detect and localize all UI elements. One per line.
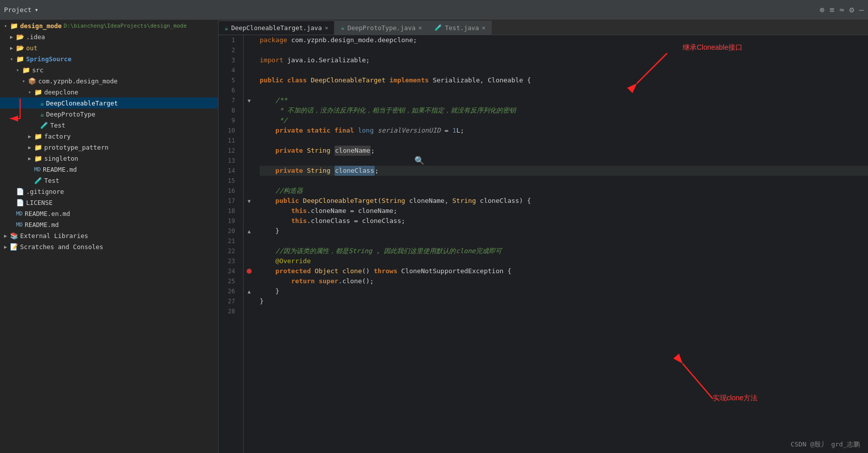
minimize-icon[interactable]: —	[859, 5, 864, 15]
gutter-23	[244, 256, 255, 266]
sidebar-item-package[interactable]: ▾ 📦 com.yzpnb.design_mode	[0, 75, 218, 86]
gutter-21	[244, 236, 255, 246]
factory-label: factory	[44, 133, 71, 140]
ln-14: 14	[219, 166, 239, 176]
watermark: CSDN @殷丿 grd_志鹏	[791, 440, 860, 449]
fold-26[interactable]: ▲	[248, 289, 251, 294]
deepclone-label: deepclone	[44, 88, 78, 96]
ln-27: 27	[219, 296, 239, 306]
code-line-13: 🔍	[260, 156, 868, 166]
code-line-7: /**	[260, 95, 868, 105]
gutter-26: ▲	[244, 286, 255, 296]
code-line-21	[260, 236, 868, 246]
scratches-label: Scratches and Consoles	[20, 243, 103, 251]
sidebar-item-readme-en[interactable]: ▶ MD README.en.md	[0, 208, 218, 219]
gutter-17: ▼	[244, 196, 255, 206]
tab-test[interactable]: 🧪 Test.java ✕	[428, 21, 492, 35]
sidebar-item-factory[interactable]: ▶ 📁 factory	[0, 131, 218, 142]
gutter-8	[244, 105, 255, 116]
src-label: src	[32, 66, 44, 74]
tree-root[interactable]: ▾ 📁 design_mode D:\biancheng\IdeaProject…	[0, 20, 218, 31]
readme-src-label: README.md	[43, 166, 77, 173]
breakpoint-24[interactable]	[247, 269, 252, 274]
ln-7: 7	[219, 95, 239, 105]
gutter-15	[244, 176, 255, 186]
tab-close-2[interactable]: ✕	[418, 25, 422, 31]
sidebar-item-src[interactable]: ▾ 📁 src	[0, 64, 218, 75]
code-line-12: private String cloneName;	[260, 146, 868, 156]
sidebar-item-out[interactable]: ▶ 📂 out	[0, 42, 218, 53]
gutter-14	[244, 166, 255, 176]
gitignore-label: .gitignore	[26, 188, 64, 195]
sidebar-item-test-src[interactable]: ▶ 🧪 Test	[0, 175, 218, 186]
test-deepclone-label: Test	[50, 122, 65, 129]
gutter-28	[244, 306, 255, 316]
code-line-2	[260, 45, 868, 55]
fold-20[interactable]: ▲	[248, 229, 251, 234]
ln-21: 21	[219, 236, 239, 246]
gutter-16	[244, 186, 255, 196]
deepprototype-label: DeepProtoType	[46, 110, 95, 118]
code-line-28	[260, 306, 868, 316]
gutter-10	[244, 126, 255, 136]
tab-close-3[interactable]: ✕	[482, 25, 486, 31]
gutter-7[interactable]: ▼	[244, 95, 255, 105]
ln-2: 2	[219, 45, 239, 55]
tab-label-1: DeepCloneableTarget.java	[231, 24, 322, 32]
gutter-20: ▲	[244, 226, 255, 236]
sidebar-item-deepcloneable[interactable]: ▶ ☕ DeepCloneableTarget	[0, 97, 218, 108]
ln-23: 23	[219, 256, 239, 266]
gutter-25	[244, 276, 255, 286]
gutter-4	[244, 65, 255, 75]
sidebar-item-license[interactable]: ▶ 📄 LICENSE	[0, 197, 218, 208]
ln-4: 4	[219, 65, 239, 75]
settings-icon[interactable]: ⚙	[849, 5, 854, 15]
ln-18: 18	[219, 206, 239, 216]
code-content[interactable]: package com.yzpnb.design_mode.deepclone;…	[255, 35, 868, 453]
code-line-19: this.cloneClass = cloneClass;	[260, 216, 868, 226]
ln-22: 22	[219, 246, 239, 256]
sidebar-item-deepclone[interactable]: ▾ 📁 deepclone	[0, 86, 218, 97]
sidebar-item-readme-src[interactable]: ▶ MD README.md	[0, 164, 218, 175]
project-dropdown[interactable]: Project ▾	[4, 6, 39, 14]
tab-close-1[interactable]: ✕	[325, 25, 329, 31]
gutter-5	[244, 75, 255, 85]
code-line-17: public DeepCloneableTarget(String cloneN…	[260, 196, 868, 206]
code-line-26: }	[260, 286, 868, 296]
tab-deepcloneable[interactable]: ☕ DeepCloneableTarget.java ✕	[219, 21, 335, 35]
ln-1: 1	[219, 35, 239, 45]
external-label: External Libraries	[20, 232, 88, 240]
sidebar-item-scratches[interactable]: ▶ 📝 Scratches and Consoles	[0, 241, 218, 252]
sidebar-item-idea[interactable]: ▶ 📂 .idea	[0, 31, 218, 42]
gutter-24	[244, 266, 255, 276]
tab-deepprototype[interactable]: ☕ DeepProtoType.java ✕	[335, 21, 428, 35]
code-line-1: package com.yzpnb.design_mode.deepclone;	[260, 35, 868, 45]
readme-root-label: README.md	[25, 221, 59, 229]
root-path: D:\biancheng\IdeaProjects\design_mode	[64, 23, 187, 29]
ln-10: 10	[219, 126, 239, 136]
gutter-3	[244, 55, 255, 65]
tab-test-icon: 🧪	[435, 24, 442, 31]
fold-7[interactable]: ▼	[248, 98, 251, 103]
sidebar-item-test-deepclone[interactable]: ▶ 🧪 Test	[0, 120, 218, 131]
sidebar-item-springsource[interactable]: ▾ 📁 SpringSource	[0, 53, 218, 64]
list-icon[interactable]: ≡	[829, 5, 834, 15]
sidebar-item-readme-root[interactable]: ▶ MD README.md	[0, 219, 218, 230]
collapse-icon[interactable]: ≈	[839, 5, 844, 15]
ln-20: 20	[219, 226, 239, 236]
ln-6: 6	[219, 85, 239, 95]
sidebar-item-gitignore[interactable]: ▶ 📄 .gitignore	[0, 186, 218, 197]
sidebar-item-prototype[interactable]: ▶ 📁 prototype_pattern	[0, 142, 218, 153]
fold-17[interactable]: ▼	[248, 198, 251, 204]
sidebar: ▾ 📁 design_mode D:\biancheng\IdeaProject…	[0, 20, 219, 453]
target-icon[interactable]: ⊕	[820, 5, 825, 15]
sidebar-item-singleton[interactable]: ▶ 📁 singleton	[0, 153, 218, 164]
code-line-22: //因为该类的属性，都是String , 因此我们这里使用默认的clone完成即…	[260, 246, 868, 256]
sidebar-item-external[interactable]: ▶ 📚 External Libraries	[0, 230, 218, 241]
sidebar-item-deepprototype[interactable]: ▶ ☕ DeepProtoType	[0, 108, 218, 120]
tab-bar: ☕ DeepCloneableTarget.java ✕ ☕ DeepProto…	[219, 20, 868, 35]
tab-label-3: Test.java	[445, 24, 479, 32]
main-layout: ▾ 📁 design_mode D:\biancheng\IdeaProject…	[0, 20, 868, 453]
gutter-22	[244, 246, 255, 256]
out-label: out	[26, 44, 38, 52]
